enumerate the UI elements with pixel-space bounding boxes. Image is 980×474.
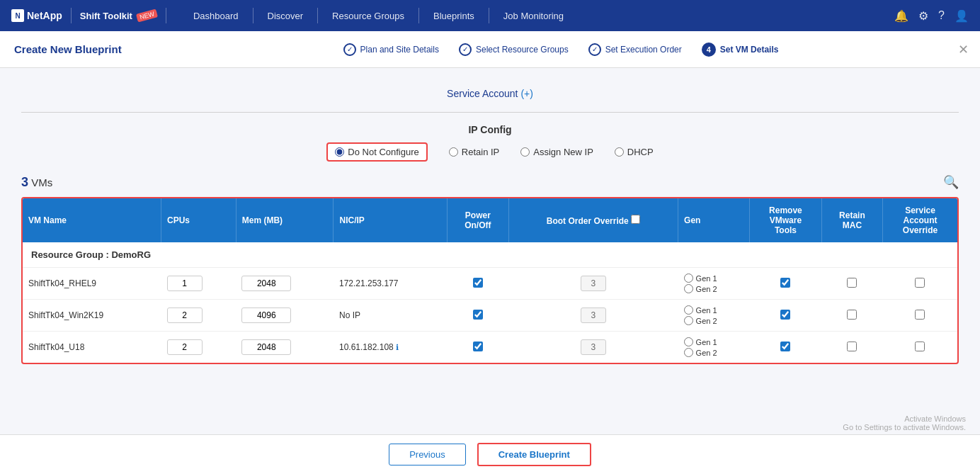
vm-name-cell-2: ShiftTk04_Win2K19 xyxy=(23,300,161,332)
vm-svc-override-checkbox-3[interactable] xyxy=(915,342,925,351)
vm-gen2-option-1[interactable]: Gen 2 xyxy=(684,284,744,293)
vm-gen1-option-3[interactable]: Gen 1 xyxy=(684,337,744,346)
ip-option-dhcp-label: DHCP xyxy=(627,147,654,157)
nav-divider-4 xyxy=(317,8,318,23)
vm-search-button[interactable]: 🔍 xyxy=(943,174,959,190)
section-divider xyxy=(21,112,959,113)
vm-gen2-radio-2[interactable] xyxy=(684,316,693,325)
vm-power-checkbox-2[interactable] xyxy=(473,310,483,320)
vm-gen-radio-group-1: Gen 1 Gen 2 xyxy=(684,273,744,293)
ip-option-retain-ip[interactable]: Retain IP xyxy=(449,147,499,157)
vm-gen2-radio-1[interactable] xyxy=(684,284,693,293)
shift-toolkit-label: Shift Toolkit xyxy=(80,11,132,21)
help-icon[interactable]: ? xyxy=(938,9,945,22)
ip-option-assign-new-ip[interactable]: Assign New IP xyxy=(520,147,593,157)
vm-gen2-radio-3[interactable] xyxy=(684,348,693,357)
vm-gen2-option-2[interactable]: Gen 2 xyxy=(684,316,744,325)
vm-svc-override-cell-1 xyxy=(882,268,957,300)
step-3-label: Set Execution Order xyxy=(605,45,682,55)
vm-nic-ip-cell-3: 10.61.182.108 ℹ xyxy=(334,332,447,363)
ip-config-title: IP Config xyxy=(21,124,959,135)
ip-option-do-not-configure[interactable]: Do Not Configure xyxy=(326,142,427,162)
vm-cpus-input-2[interactable] xyxy=(167,307,203,323)
netapp-logo-icon: N xyxy=(11,9,24,22)
resource-group-header-row: Resource Group : DemoRG xyxy=(23,242,957,268)
user-icon[interactable]: 👤 xyxy=(955,9,969,23)
nav-divider-5 xyxy=(418,8,419,23)
vm-count-row: 3 VMs 🔍 xyxy=(21,174,959,190)
vm-mem-input-1[interactable] xyxy=(241,276,291,291)
th-remove-vmware-label: RemoveVMwareTools xyxy=(769,205,802,235)
vm-retain-mac-cell-1 xyxy=(821,268,882,300)
vm-retain-mac-checkbox-3[interactable] xyxy=(847,342,857,351)
nav-blueprints[interactable]: Blueprints xyxy=(425,0,483,31)
th-vm-name: VM Name xyxy=(23,198,161,242)
vm-gen1-option-1[interactable]: Gen 1 xyxy=(684,273,744,283)
ip-config-options: Do Not Configure Retain IP Assign New IP… xyxy=(21,142,959,162)
previous-button[interactable]: Previous xyxy=(389,444,466,465)
vm-svc-override-checkbox-2[interactable] xyxy=(915,310,925,320)
vm-mem-input-2[interactable] xyxy=(241,307,291,323)
th-svc-account-override: ServiceAccountOverride xyxy=(882,198,957,242)
table-row: ShiftTk04_RHEL9 172.21.253.177 xyxy=(23,268,957,300)
vm-power-checkbox-3[interactable] xyxy=(473,342,483,351)
ip-radio-assign-new-ip[interactable] xyxy=(520,147,530,157)
vm-gen-radio-group-2: Gen 1 Gen 2 xyxy=(684,305,744,325)
vm-remove-vmware-cell-2 xyxy=(749,300,821,332)
th-nic-ip: NIC/IP xyxy=(334,198,447,242)
footer: Previous Create Blueprint xyxy=(0,434,980,474)
vm-retain-mac-checkbox-1[interactable] xyxy=(847,278,857,288)
notification-icon[interactable]: 🔔 xyxy=(894,9,908,23)
vm-cpus-input-3[interactable] xyxy=(167,339,203,355)
settings-icon[interactable]: ⚙ xyxy=(918,9,928,23)
ip-radio-dhcp[interactable] xyxy=(615,147,624,157)
boot-order-header-checkbox[interactable] xyxy=(631,215,640,224)
th-gen-label: Gen xyxy=(684,215,700,225)
th-svc-account-override-label: ServiceAccountOverride xyxy=(903,205,938,235)
vm-nic-ip-3: 10.61.182.108 xyxy=(339,342,394,352)
vm-boot-order-cell-1 xyxy=(508,268,678,300)
vm-remove-vmware-checkbox-3[interactable] xyxy=(780,342,790,351)
wizard-step-2: ✓ Select Resource Groups xyxy=(459,43,569,56)
wizard-step-4: 4 Set VM Details xyxy=(702,43,779,57)
vm-gen1-radio-3[interactable] xyxy=(684,337,693,346)
service-account-row: Service Account (+) xyxy=(21,82,959,109)
vm-power-checkbox-1[interactable] xyxy=(473,278,483,288)
vm-remove-vmware-checkbox-2[interactable] xyxy=(780,310,790,320)
nav-job-monitoring[interactable]: Job Monitoring xyxy=(495,0,572,31)
close-button[interactable]: ✕ xyxy=(958,42,969,57)
vm-gen1-radio-1[interactable] xyxy=(684,273,693,283)
nav-links: Dashboard Discover Resource Groups Bluep… xyxy=(185,0,894,31)
vm-mem-input-3[interactable] xyxy=(241,339,291,355)
ip-option-dhcp[interactable]: DHCP xyxy=(615,147,654,157)
ip-radio-do-not-configure[interactable] xyxy=(335,147,344,157)
nic-ip-info-icon-3[interactable]: ℹ xyxy=(396,343,399,351)
vm-retain-mac-checkbox-2[interactable] xyxy=(847,310,857,320)
ip-config-section: IP Config Do Not Configure Retain IP Ass… xyxy=(21,124,959,162)
vm-remove-vmware-checkbox-1[interactable] xyxy=(780,278,790,288)
toolkit-badge: NEW xyxy=(136,9,158,22)
vm-gen1-option-2[interactable]: Gen 1 xyxy=(684,305,744,315)
vm-gen1-radio-2[interactable] xyxy=(684,305,693,315)
vm-remove-vmware-cell-3 xyxy=(749,332,821,363)
service-account-add[interactable]: (+) xyxy=(520,88,533,99)
vm-cpus-input-1[interactable] xyxy=(167,276,203,291)
wizard-title: Create New Blueprint xyxy=(14,43,156,55)
nav-resource-groups[interactable]: Resource Groups xyxy=(324,0,413,31)
vm-table-header-row: VM Name CPUs Mem (MB) NIC/IP PowerOn/Off xyxy=(23,198,957,242)
vm-svc-override-checkbox-1[interactable] xyxy=(915,278,925,288)
ip-radio-retain-ip[interactable] xyxy=(449,147,458,157)
th-vm-name-label: VM Name xyxy=(28,215,67,225)
vm-mem-cell-1 xyxy=(236,268,334,300)
vm-table: VM Name CPUs Mem (MB) NIC/IP PowerOn/Off xyxy=(23,198,957,363)
th-nic-ip-label: NIC/IP xyxy=(339,215,364,225)
step-3-check: ✓ xyxy=(588,43,601,56)
vm-gen2-option-3[interactable]: Gen 2 xyxy=(684,348,744,357)
nav-discover[interactable]: Discover xyxy=(259,0,312,31)
vm-name-1: ShiftTk04_RHEL9 xyxy=(28,278,96,288)
nav-dashboard[interactable]: Dashboard xyxy=(185,0,247,31)
ip-option-do-not-configure-label: Do Not Configure xyxy=(348,147,418,157)
vm-mem-cell-3 xyxy=(236,332,334,363)
create-blueprint-button[interactable]: Create Blueprint xyxy=(477,443,591,466)
vm-table-container: VM Name CPUs Mem (MB) NIC/IP PowerOn/Off xyxy=(21,197,959,364)
